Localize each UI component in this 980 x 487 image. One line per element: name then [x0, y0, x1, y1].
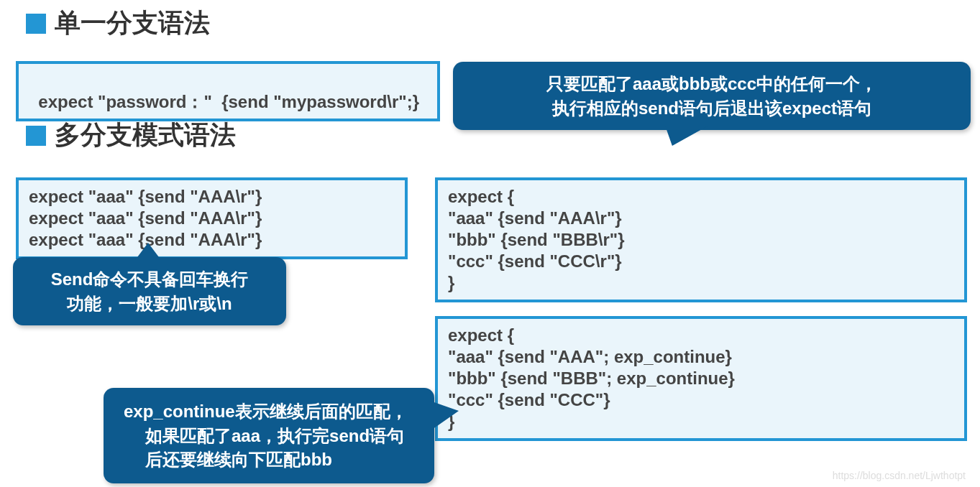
callout-line: 只要匹配了aaa或bbb或ccc中的任何一个， [470, 72, 953, 96]
code-box-single-branch: expect "password：" {send "mypassword\r";… [16, 61, 440, 121]
bullet-icon [26, 14, 46, 34]
bullet-icon [26, 126, 46, 146]
code-box-multi-left: expect "aaa" {send "AAA\r"} expect "aaa"… [16, 177, 408, 259]
heading-single-branch: 单一分支语法 [26, 6, 210, 41]
heading-text-1: 单一分支语法 [55, 6, 210, 41]
heading-multi-branch: 多分支模式语法 [26, 118, 236, 153]
watermark-text: https://blog.csdn.net/Ljwthotpt [833, 470, 966, 481]
heading-text-2: 多分支模式语法 [55, 118, 236, 153]
callout-pointer-icon [658, 126, 708, 146]
code-line: expect "password：" {send "mypassword\r";… [38, 92, 419, 111]
callout-line: 后还要继续向下匹配bbb [124, 447, 414, 472]
code-box-multi-right-bottom: expect { "aaa" {send "AAA"; exp_continue… [435, 316, 967, 441]
callout-line: exp_continue表示继续后面的匹配， [124, 399, 414, 424]
callout-line: 如果匹配了aaa，执行完send语句 [124, 424, 414, 448]
callout-exp-continue: exp_continue表示继续后面的匹配， 如果匹配了aaa，执行完send语… [104, 388, 434, 483]
callout-line: 功能，一般要加\r或\n [30, 292, 269, 316]
code-box-multi-right-top: expect { "aaa" {send "AAA\r"} "bbb" {sen… [435, 177, 967, 302]
callout-line: 执行相应的send语句后退出该expect语句 [470, 96, 953, 121]
callout-send-newline: Send命令不具备回车换行 功能，一般要加\r或\n [13, 257, 286, 325]
callout-pointer-icon [430, 401, 459, 431]
callout-match-any: 只要匹配了aaa或bbb或ccc中的任何一个， 执行相应的send语句后退出该e… [453, 62, 971, 130]
callout-line: Send命令不具备回车换行 [30, 267, 269, 292]
callout-pointer-icon [135, 243, 161, 260]
